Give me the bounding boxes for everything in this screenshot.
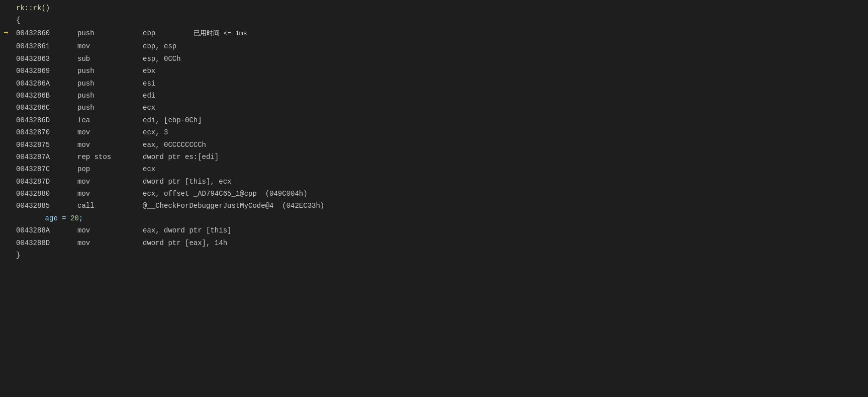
- operands-00432863: esp, 0CCh: [143, 53, 868, 64]
- operands-0043288A: eax, dword ptr [this]: [143, 225, 868, 236]
- mnemonic-00432880: mov: [77, 188, 143, 199]
- operands-0043286D: edi, [ebp-0Ch]: [143, 115, 868, 126]
- address-0043286C: 0043286C: [12, 102, 77, 113]
- operands-00432861: ebp, esp: [143, 41, 868, 52]
- address-0043286A: 0043286A: [12, 78, 77, 89]
- mnemonic-0043286D: lea: [77, 115, 143, 126]
- open-brace-text: {: [12, 15, 20, 26]
- operands-0043287D: dword ptr [this], ecx: [143, 176, 868, 187]
- address-0043288A: 0043288A: [12, 225, 77, 236]
- operands-0043286C: ecx: [143, 102, 868, 113]
- operands-0043287C: ecx: [143, 164, 868, 175]
- address-00432863: 00432863: [12, 53, 77, 64]
- mnemonic-00432861: mov: [77, 41, 143, 52]
- operands-00432860: ebp 已用时间 <= 1ms: [143, 28, 868, 39]
- asm-line-0043286C: 0043286C push ecx: [0, 102, 868, 114]
- mnemonic-00432885: call: [77, 200, 143, 211]
- asm-line-00432880: 00432880 mov ecx, offset _AD794C65_1@cpp…: [0, 188, 868, 200]
- timing-text: 已用时间 <= 1ms: [194, 30, 247, 37]
- close-brace-text: }: [12, 250, 20, 261]
- mnemonic-0043288A: mov: [77, 225, 143, 236]
- mnemonic-0043286C: push: [77, 102, 143, 113]
- address-0043286D: 0043286D: [12, 115, 77, 126]
- address-00432860: 00432860: [12, 28, 77, 39]
- mnemonic-00432870: mov: [77, 127, 143, 138]
- address-00432869: 00432869: [12, 65, 77, 76]
- operands-00432869: ebx: [143, 65, 868, 76]
- open-brace-line: {: [0, 14, 868, 26]
- asm-line-0043286B: 0043286B push edi: [0, 90, 868, 102]
- number-20: 20: [70, 214, 79, 222]
- address-00432875: 00432875: [12, 139, 77, 150]
- asm-line-0043287C: 0043287C pop ecx: [0, 163, 868, 175]
- address-0043287A: 0043287A: [12, 151, 77, 163]
- mnemonic-00432875: mov: [77, 139, 143, 150]
- source-line-age: age = 20;: [0, 212, 868, 224]
- function-header-line: rk::rk(): [0, 2, 868, 14]
- mnemonic-0043286B: push: [77, 90, 143, 101]
- asm-line-0043287A: 0043287A rep stos dword ptr es:[edi]: [0, 151, 868, 163]
- asm-line-00432875: 00432875 mov eax, 0CCCCCCCCh: [0, 139, 868, 151]
- asm-line-0043288D: 0043288D mov dword ptr [eax], 14h: [0, 237, 868, 249]
- asm-line-00432885: 00432885 call @__CheckForDebuggerJustMyC…: [0, 200, 868, 212]
- address-00432885: 00432885: [12, 200, 77, 211]
- asm-line-00432869: 00432869 push ebx: [0, 65, 868, 77]
- address-0043286B: 0043286B: [12, 90, 77, 101]
- address-00432880: 00432880: [12, 188, 77, 199]
- asm-line-00432870: 00432870 mov ecx, 3: [0, 126, 868, 138]
- operands-0043286B: edi: [143, 90, 868, 101]
- asm-line-00432863: 00432863 sub esp, 0CCh: [0, 53, 868, 65]
- address-0043288D: 0043288D: [12, 237, 77, 249]
- source-code-age: age = 20;: [12, 213, 83, 224]
- mnemonic-0043288D: mov: [77, 237, 143, 249]
- asm-line-0043288A: 0043288A mov eax, dword ptr [this]: [0, 224, 868, 236]
- mnemonic-0043286A: push: [77, 78, 143, 89]
- mnemonic-00432863: sub: [77, 53, 143, 64]
- mnemonic-00432869: push: [77, 65, 143, 76]
- address-00432870: 00432870: [12, 127, 77, 138]
- operands-0043288D: dword ptr [eax], 14h: [143, 237, 868, 249]
- asm-line-00432860: ➡ 00432860 push ebp 已用时间 <= 1ms: [0, 27, 868, 41]
- mnemonic-00432860: push: [77, 28, 143, 39]
- operands-00432885: @__CheckForDebuggerJustMyCode@4 (042EC33…: [143, 200, 868, 211]
- operands-00432880: ecx, offset _AD794C65_1@cpp (049C004h): [143, 188, 868, 199]
- asm-line-0043286D: 0043286D lea edi, [ebp-0Ch]: [0, 114, 868, 126]
- asm-line-0043286A: 0043286A push esi: [0, 77, 868, 90]
- close-brace-line: }: [0, 249, 868, 261]
- asm-line-0043287D: 0043287D mov dword ptr [this], ecx: [0, 176, 868, 188]
- operands-00432870: ecx, 3: [143, 127, 868, 138]
- current-instruction-arrow: ➡: [0, 27, 12, 40]
- operands-0043287A: dword ptr es:[edi]: [143, 151, 868, 163]
- operands-0043286A: esi: [143, 78, 868, 89]
- function-header-text: rk::rk(): [12, 3, 50, 14]
- asm-line-00432861: 00432861 mov ebp, esp: [0, 40, 868, 52]
- operands-00432875: eax, 0CCCCCCCCh: [143, 139, 868, 150]
- mnemonic-0043287D: mov: [77, 176, 143, 187]
- address-00432861: 00432861: [12, 41, 77, 52]
- mnemonic-0043287A: rep stos: [77, 151, 143, 163]
- address-0043287C: 0043287C: [12, 164, 77, 175]
- address-0043287D: 0043287D: [12, 176, 77, 187]
- mnemonic-0043287C: pop: [77, 164, 143, 175]
- disassembly-view: rk::rk() { ➡ 00432860 push ebp 已用时间 <= 1…: [0, 0, 868, 397]
